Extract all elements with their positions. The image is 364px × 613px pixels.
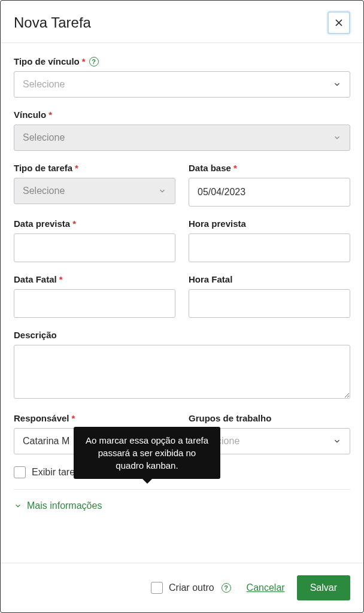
grupos-label: Grupos de trabalho: [189, 413, 350, 423]
modal-header: Nova Tarefa: [1, 1, 363, 43]
data-prevista-input[interactable]: [14, 233, 175, 262]
help-icon[interactable]: ?: [222, 583, 231, 593]
close-icon: [333, 17, 345, 29]
hora-prevista-input[interactable]: [189, 233, 350, 262]
tipo-vinculo-label: Tipo de vínculo* ?: [14, 56, 350, 66]
data-fatal-input[interactable]: [14, 289, 175, 318]
descricao-label: Descrição: [14, 330, 350, 340]
chevron-down-icon: [14, 502, 22, 510]
chevron-down-icon: [333, 133, 341, 142]
modal-footer: Criar outro ? Cancelar Salvar: [1, 563, 363, 612]
data-fatal-label: Data Fatal*: [14, 274, 175, 284]
hora-fatal-input[interactable]: [189, 289, 350, 318]
modal-title: Nova Tarefa: [14, 14, 91, 31]
criar-outro-row: Criar outro ?: [151, 582, 231, 594]
criar-outro-label: Criar outro: [169, 582, 214, 593]
chevron-down-icon: [333, 80, 341, 89]
kanban-tooltip: Ao marcar essa opção a tarefa passará a …: [74, 427, 220, 479]
save-button[interactable]: Salvar: [297, 575, 350, 600]
data-base-input[interactable]: [189, 178, 350, 207]
cancel-button[interactable]: Cancelar: [247, 582, 285, 593]
descricao-textarea[interactable]: [14, 345, 350, 399]
data-prevista-label: Data prevista*: [14, 219, 175, 229]
close-button[interactable]: [327, 11, 350, 34]
tipo-tarefa-select[interactable]: Selecione: [14, 178, 175, 204]
responsavel-label: Responsável*: [14, 413, 175, 423]
hora-prevista-label: Hora prevista: [189, 219, 350, 229]
tipo-vinculo-select[interactable]: Selecione: [14, 71, 350, 98]
modal-body: Tipo de vínculo* ? Selecione Vínculo* Se…: [1, 43, 363, 563]
kanban-checkbox[interactable]: [14, 466, 26, 478]
vinculo-select[interactable]: Selecione: [14, 125, 350, 151]
criar-outro-checkbox[interactable]: [151, 582, 163, 594]
divider: [14, 489, 350, 490]
chevron-down-icon: [158, 187, 166, 195]
chevron-down-icon: [333, 437, 341, 445]
hora-fatal-label: Hora Fatal: [189, 274, 350, 284]
vinculo-label: Vínculo*: [14, 110, 350, 120]
new-task-modal: Nova Tarefa Tipo de vínculo* ? Selecione…: [0, 0, 364, 613]
tipo-tarefa-label: Tipo de tarefa*: [14, 163, 175, 173]
data-base-label: Data base*: [189, 163, 350, 173]
help-icon[interactable]: ?: [89, 57, 99, 66]
more-info-toggle[interactable]: Mais informações: [14, 500, 350, 511]
